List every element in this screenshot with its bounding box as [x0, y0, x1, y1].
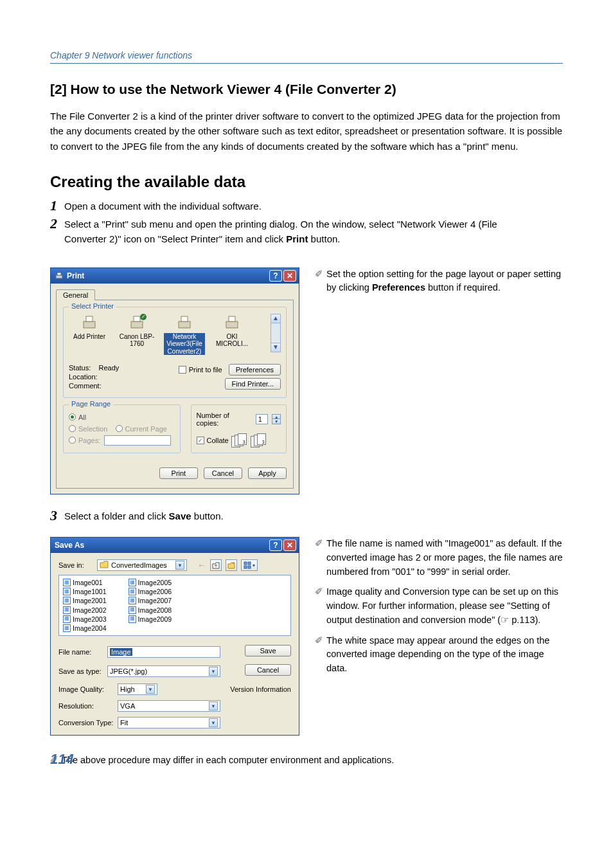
scroll-up-icon[interactable]: ▲ [271, 314, 280, 323]
list-item[interactable]: ▦Image1001 [63, 587, 107, 596]
intro-paragraph: The File Converter 2 is a kind of the pr… [50, 109, 563, 154]
svg-rect-7 [181, 316, 188, 321]
collate-icon: 1 2 3 [231, 433, 248, 448]
version-info-link[interactable]: Version Information [230, 685, 291, 693]
chevron-down-icon: ▼ [209, 718, 218, 727]
radio-pages[interactable]: Pages: [69, 437, 100, 444]
printer-add[interactable]: Add Printer [69, 314, 110, 341]
radio-current-page[interactable]: Current Page [116, 425, 167, 433]
save-button[interactable]: Save [245, 645, 291, 656]
chevron-down-icon: ▼ [146, 685, 155, 694]
note-icon: ✐ [315, 634, 326, 676]
chevron-down-icon: ▼ [175, 561, 184, 570]
printer-status-block: Status: Ready Location: Comment: [69, 364, 119, 391]
pages-input[interactable] [104, 435, 171, 446]
conversion-dropdown[interactable]: Fit▼ [118, 717, 220, 728]
step-3: 3 Select a folder and click Save button. [50, 507, 563, 524]
close-button[interactable]: ✕ [283, 270, 296, 282]
add-printer-icon [80, 314, 99, 332]
savein-dropdown[interactable]: ConvertedImages ▼ [97, 559, 187, 571]
printer-icon: ✓ [127, 314, 147, 332]
chapter-header: Chapter 9 Network viewer functions [50, 50, 563, 64]
svg-rect-4 [131, 321, 143, 328]
copies-spinner[interactable]: ▲▼ [272, 414, 281, 424]
saveastype-label: Save as type: [58, 667, 107, 675]
new-folder-icon[interactable] [226, 559, 237, 571]
select-printer-legend: Select Printer [69, 302, 116, 310]
list-item[interactable]: ▦Image2006 [129, 587, 172, 596]
radio-selection[interactable]: Selection [69, 425, 107, 433]
file-icon: ▦ [129, 597, 136, 604]
apply-button[interactable]: Apply [248, 467, 287, 479]
side-note-quality: ✐ Image quality and Conversion type can … [315, 585, 563, 627]
printer-network-viewer[interactable]: Network Viewer3(File Converter2) [164, 314, 205, 356]
help-button[interactable]: ? [269, 270, 282, 282]
svg-rect-5 [134, 316, 140, 321]
side-note-whitespace: ✐ The white space may appear around the … [315, 634, 563, 676]
svg-rect-8 [226, 321, 238, 328]
file-icon: ▦ [63, 624, 71, 632]
file-icon: ▦ [129, 615, 136, 623]
view-menu-icon[interactable]: ▾ [241, 559, 258, 571]
printer-icon [222, 314, 242, 332]
page-range-legend: Page Range [69, 400, 113, 408]
list-item[interactable]: ▦Image2003 [63, 615, 107, 624]
printer-oki[interactable]: OKI MICROLI... [211, 314, 253, 348]
up-folder-icon[interactable] [210, 559, 222, 571]
filename-label: File name: [58, 648, 107, 656]
saveastype-dropdown[interactable]: JPEG(*.jpg)▼ [107, 665, 220, 677]
imagequality-dropdown[interactable]: High▼ [118, 683, 157, 695]
file-icon: ▦ [129, 588, 136, 595]
printer-canon[interactable]: ✓ Canon LBP-1760 [116, 314, 157, 348]
svg-rect-2 [84, 321, 95, 328]
resolution-dropdown[interactable]: VGA▼ [118, 700, 220, 712]
step-1: 1 Open a document with the individual so… [50, 197, 563, 214]
collate-icon: 1 2 3 [251, 433, 267, 448]
chevron-down-icon: ▼ [209, 667, 218, 676]
back-icon[interactable]: ← [197, 560, 206, 570]
scroll-down-icon[interactable]: ▼ [271, 343, 280, 352]
find-printer-button[interactable]: Find Printer... [225, 378, 281, 390]
file-icon: ▦ [63, 588, 71, 595]
list-item[interactable]: ▦Image2005 [129, 578, 172, 587]
file-list[interactable]: ▦Image001▦Image1001▦Image2001▦Image2002▦… [58, 575, 291, 636]
svg-rect-1 [57, 273, 61, 275]
list-item[interactable]: ▦Image001 [63, 578, 107, 587]
list-item[interactable]: ▦Image2008 [129, 606, 172, 615]
imagequality-label: Image Quality: [58, 685, 118, 693]
saveas-title: Save As [55, 541, 84, 550]
svg-rect-13 [248, 566, 251, 568]
collate-checkbox[interactable]: ✓Collate [197, 437, 229, 444]
list-item[interactable]: ▦Image2009 [129, 615, 172, 624]
section-title: [2] How to use the Network Viewer 4 (Fil… [50, 82, 563, 97]
conversion-label: Conversion Type: [58, 719, 118, 727]
svg-rect-6 [179, 321, 190, 328]
radio-all[interactable]: All [69, 413, 86, 421]
printer-icon [175, 314, 194, 332]
svg-rect-10 [244, 562, 247, 565]
svg-rect-12 [244, 566, 247, 568]
print-button[interactable]: Print [159, 467, 198, 479]
preferences-button[interactable]: Preferences [229, 364, 281, 375]
close-button[interactable]: ✕ [283, 539, 296, 551]
list-item[interactable]: ▦Image2001 [63, 596, 107, 605]
list-item[interactable]: ▦Image2007 [129, 596, 172, 605]
saveas-titlebar: Save As ? ✕ [51, 538, 299, 553]
filename-input[interactable]: Image [107, 646, 220, 658]
file-icon: ▦ [63, 579, 71, 586]
subsection-title: Creating the available data [50, 173, 563, 191]
select-printer-group: Select Printer Add Printer [63, 307, 287, 398]
resolution-label: Resolution: [58, 702, 118, 710]
side-note-filename: ✐ The file name is named with "Image001"… [315, 537, 563, 579]
print-to-file-checkbox[interactable]: Print to file [179, 366, 222, 374]
tab-general[interactable]: General [56, 289, 95, 300]
help-button[interactable]: ? [269, 539, 282, 551]
page-range-group: Page Range All Selection Current Page [63, 404, 181, 453]
list-item[interactable]: ▦Image2004 [63, 624, 107, 633]
svg-rect-3 [86, 316, 93, 321]
copies-input[interactable]: 1 [256, 414, 269, 424]
printer-list-scrollbar[interactable]: ▲ ▼ [271, 314, 281, 352]
cancel-button[interactable]: Cancel [204, 467, 242, 479]
list-item[interactable]: ▦Image2002 [63, 606, 107, 615]
cancel-button[interactable]: Cancel [245, 664, 291, 676]
